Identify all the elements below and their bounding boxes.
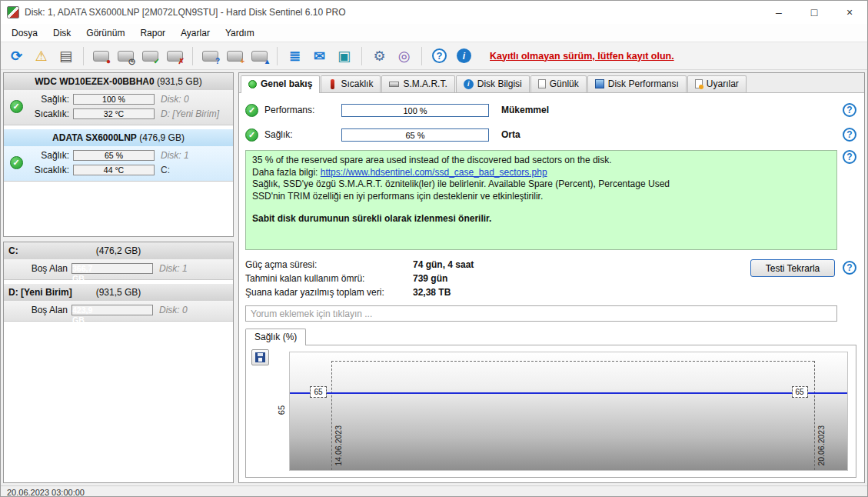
health-row: ✓ Sağlık: 65 % Orta ? (245, 122, 856, 147)
test-queue-icon[interactable]: ≣ (284, 45, 306, 67)
disk-surface-test-icon[interactable]: ● (90, 45, 112, 67)
tab-sicaklik[interactable]: Sıcaklık (321, 75, 381, 92)
settings-gear-icon[interactable]: ⚙ (368, 45, 391, 67)
disk-entry-wdc[interactable]: WDC WD10EZEX-00BBHA0 (931,5 GB) ✓ Sağlık… (4, 73, 233, 125)
health-bar: 65 % (73, 150, 155, 161)
health-bar: 65 % (341, 128, 489, 142)
app-window: Disk: 1, ADATA SX6000LNP [2M072LQN9STU] … (0, 0, 868, 497)
chart-dashed-start (331, 361, 332, 470)
retest-button[interactable]: Testi Tekrarla (750, 259, 835, 277)
chart-y-tick: 65 (277, 405, 286, 415)
stat-value: 32,38 TB (413, 287, 451, 298)
register-link[interactable]: Kayıtlı olmayan sürüm, lütfen kayıt olun… (490, 51, 674, 62)
help-icon[interactable]: ? (843, 128, 856, 142)
toolbar: ⟳ ⚠ ▤ ● ◷ ✓ ✗ ? + ▴ ≣ ✉ ▣ ⚙ ◎ ? i Kayıtl… (1, 42, 867, 70)
info-icon[interactable]: i (453, 45, 475, 67)
minimize-button[interactable]: – (761, 1, 796, 24)
series-start-value: 65 (310, 386, 326, 398)
health-label: Sağlık: (264, 129, 335, 140)
partition-header: (476,2 GB) C: (4, 242, 233, 259)
menu-disk[interactable]: Disk (45, 25, 78, 42)
help-icon[interactable]: ? (428, 45, 451, 67)
window-title: Disk: 1, ADATA SX6000LNP [2M072LQN9STU] … (25, 7, 346, 18)
performance-rating: Mükemmel (501, 105, 549, 115)
more-info-link[interactable]: https://www.hdsentinel.com/ssd_case_bad_… (321, 167, 547, 178)
tab-disk-bilgisi[interactable]: iDisk Bilgisi (456, 75, 530, 92)
disk-remove-icon[interactable]: ✗ (164, 45, 186, 67)
help-icon[interactable]: ? (843, 103, 856, 117)
disk-schedule-icon[interactable]: ◷ (115, 45, 137, 67)
menu-yardim[interactable]: Yardım (218, 25, 262, 42)
info-line: Sağlık, SSD'ye özgü S.M.A.R.T. öznitelik… (252, 178, 830, 191)
tab-uyarilar[interactable]: Uyarılar (687, 75, 747, 92)
chart-tab-saglik[interactable]: Sağlık (%) (245, 329, 306, 345)
disk-header: WDC WD10EZEX-00BBHA0 (931,5 GB) (4, 73, 233, 90)
tab-genel-bakis[interactable]: Genel bakış (241, 75, 320, 93)
smart-gauge-icon (389, 82, 399, 87)
disk-accept-icon[interactable]: ✓ (139, 45, 161, 67)
disk-name: ADATA SX6000LNP (52, 132, 137, 143)
health-info-section: 35 % of the reserved spare area used ins… (245, 147, 856, 250)
health-series-line (290, 392, 847, 394)
floppy-disk-icon (255, 352, 265, 362)
chart-panel: 65 65 65 14.06.2023 20.06.2023 (245, 345, 856, 478)
menu-gorunum[interactable]: Görünüm (78, 25, 132, 42)
thermometer-icon (331, 79, 334, 89)
series-end-value: 65 (792, 386, 808, 398)
help-icon[interactable]: ? (843, 150, 856, 164)
chart-x-end-label: 20.06.2023 (816, 425, 826, 466)
health-label: Sağlık: (27, 94, 73, 105)
partition-entry-c[interactable]: (476,2 GB) C: Boş Alan 366,7 GB Disk: 1 (4, 242, 233, 280)
report-icon[interactable]: ▤ (55, 45, 77, 67)
disk-number: Disk: 1 (153, 263, 230, 274)
tab-gunluk[interactable]: Günlük (530, 75, 587, 92)
chart-dashed-end (814, 361, 815, 470)
disk-number: Disk: 1 (155, 150, 230, 161)
health-history-chart: 65 65 14.06.2023 20.06.2023 (289, 352, 848, 471)
menu-ayarlar[interactable]: Ayarlar (173, 25, 218, 42)
network-icon[interactable]: ▣ (333, 45, 355, 67)
toolbar-separator (361, 47, 362, 65)
disk-detect-icon[interactable]: ? (199, 45, 221, 67)
chart-dashed-top (331, 361, 813, 362)
save-chart-button[interactable] (251, 349, 269, 365)
overview-alert-icon[interactable]: ⚠ (30, 45, 52, 67)
maximize-button[interactable]: □ (796, 1, 832, 24)
disk-ok-icon: ✓ (10, 156, 23, 169)
comment-section (245, 305, 856, 322)
app-logo-icon (7, 6, 19, 18)
health-ok-icon: ✓ (245, 128, 258, 142)
health-bar: 100 % (73, 94, 155, 105)
temp-label: Sıcaklık: (27, 165, 73, 175)
disk-number: Disk: 0 (155, 94, 230, 105)
free-space-label: Boş Alan (4, 305, 72, 315)
refresh-icon[interactable]: ⟳ (5, 45, 28, 67)
tab-smart[interactable]: S.M.A.R.T. (381, 75, 454, 92)
mail-icon[interactable]: ✉ (308, 45, 331, 67)
disk-eject-icon[interactable]: ▴ (248, 45, 271, 67)
tab-disk-performansi[interactable]: Disk Performansı (587, 75, 687, 92)
partition-entry-d[interactable]: (931,5 GB) D: [Yeni Birim] Boş Alan 423,… (4, 284, 233, 322)
performance-value: 100 % (342, 105, 488, 116)
more-info-label: Daha fazla bilgi: (252, 167, 321, 178)
temp-value: 32 °C (74, 109, 154, 118)
help-icon[interactable]: ? (843, 261, 856, 275)
menu-rapor[interactable]: Rapor (132, 25, 173, 42)
temp-label: Sıcaklık: (27, 108, 73, 119)
performance-bar: 100 % (341, 104, 489, 117)
info-line: Daha fazla bilgi: https://www.hdsentinel… (252, 167, 830, 179)
toolbar-separator (277, 47, 278, 65)
window-controls: – □ × (761, 1, 867, 24)
content-area: WDC WD10EZEX-00BBHA0 (931,5 GB) ✓ Sağlık… (1, 70, 867, 485)
disk-entry-adata[interactable]: ADATA SX6000LNP (476,9 GB) ✓ Sağlık: 65 … (4, 129, 233, 182)
disk-header: ADATA SX6000LNP (476,9 GB) (4, 129, 233, 146)
comment-input[interactable] (245, 305, 837, 322)
disk-number: Disk: 0 (153, 305, 230, 315)
performance-row: ✓ Performans: 100 % Mükemmel ? (245, 98, 856, 122)
disc-icon[interactable]: ◎ (393, 45, 415, 67)
menu-dosya[interactable]: Dosya (4, 25, 45, 42)
disk-volume: D: [Yeni Birim] (155, 108, 230, 119)
disk-repair-icon[interactable]: + (224, 45, 246, 67)
close-button[interactable]: × (832, 1, 867, 24)
stats-section: Güç açma süresi: 74 gün, 4 saat Tahmini … (245, 258, 856, 299)
